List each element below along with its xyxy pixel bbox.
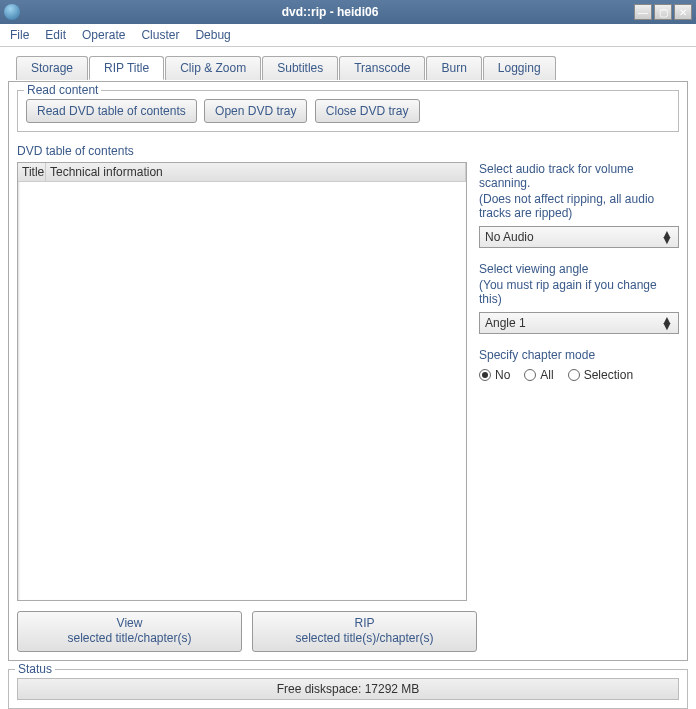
read-content-fieldset: Read content Read DVD table of contents …	[17, 90, 679, 132]
tab-subtitles[interactable]: Subtitles	[262, 56, 338, 80]
rip-button[interactable]: RIP selected title(s)/chapter(s)	[252, 611, 477, 652]
audio-dropdown[interactable]: No Audio ▲▼	[479, 226, 679, 248]
angle-note: (You must rip again if you change this)	[479, 278, 679, 306]
audio-label: Select audio track for volume scanning.	[479, 162, 679, 190]
menu-debug[interactable]: Debug	[195, 28, 230, 42]
audio-note: (Does not affect ripping, all audio trac…	[479, 192, 679, 220]
toc-col-tech[interactable]: Technical information	[46, 163, 466, 181]
audio-group: Select audio track for volume scanning. …	[479, 162, 679, 248]
tab-burn[interactable]: Burn	[426, 56, 481, 80]
bottom-buttons: View selected title/chapter(s) RIP selec…	[17, 611, 477, 652]
toc-col-title[interactable]: Title	[18, 163, 46, 181]
close-tray-button[interactable]: Close DVD tray	[315, 99, 420, 123]
table-area: Title Technical information	[17, 162, 467, 601]
angle-dropdown-value: Angle 1	[485, 316, 661, 330]
status-legend: Status	[15, 662, 55, 676]
tab-storage[interactable]: Storage	[16, 56, 88, 80]
menu-edit[interactable]: Edit	[45, 28, 66, 42]
maximize-button[interactable]: ▢	[654, 4, 672, 20]
view-button-line2: selected title/chapter(s)	[22, 631, 237, 647]
chapter-label: Specify chapter mode	[479, 348, 679, 362]
view-button-line1: View	[22, 616, 237, 632]
app-icon	[4, 4, 20, 20]
content-row: Title Technical information Select audio…	[17, 162, 679, 601]
chapter-radio-no-label: No	[495, 368, 510, 382]
spinner-arrows-icon: ▲▼	[661, 317, 673, 329]
bottom-buttons-wrap: View selected title/chapter(s) RIP selec…	[17, 601, 477, 652]
tab-rip-title[interactable]: RIP Title	[89, 56, 164, 80]
menu-cluster[interactable]: Cluster	[141, 28, 179, 42]
chapter-radio-all[interactable]: All	[524, 368, 553, 382]
open-tray-button[interactable]: Open DVD tray	[204, 99, 307, 123]
chapter-radio-selection[interactable]: Selection	[568, 368, 633, 382]
read-toc-button[interactable]: Read DVD table of contents	[26, 99, 197, 123]
tab-bar: Storage RIP Title Clip & Zoom Subtitles …	[16, 55, 688, 79]
window-titlebar: dvd::rip - heidi06 — ▢ ✕	[0, 0, 696, 24]
toc-label: DVD table of contents	[17, 144, 679, 158]
toc-table-header: Title Technical information	[18, 163, 466, 182]
rip-button-line2: selected title(s)/chapter(s)	[257, 631, 472, 647]
menu-file[interactable]: File	[10, 28, 29, 42]
angle-group: Select viewing angle (You must rip again…	[479, 262, 679, 334]
window-title: dvd::rip - heidi06	[26, 5, 634, 19]
tab-transcode[interactable]: Transcode	[339, 56, 425, 80]
chapter-radio-all-label: All	[540, 368, 553, 382]
menubar: File Edit Operate Cluster Debug	[0, 24, 696, 47]
read-content-legend: Read content	[24, 83, 101, 97]
tab-content: Read content Read DVD table of contents …	[8, 81, 688, 661]
tab-logging[interactable]: Logging	[483, 56, 556, 80]
chapter-radio-selection-label: Selection	[584, 368, 633, 382]
tab-clip-zoom[interactable]: Clip & Zoom	[165, 56, 261, 80]
side-panel: Select audio track for volume scanning. …	[479, 162, 679, 601]
radio-icon	[568, 369, 580, 381]
radio-icon	[524, 369, 536, 381]
main-area: Storage RIP Title Clip & Zoom Subtitles …	[0, 47, 696, 669]
status-fieldset: Status Free diskspace: 17292 MB	[8, 669, 688, 709]
menu-operate[interactable]: Operate	[82, 28, 125, 42]
toc-table[interactable]: Title Technical information	[17, 162, 467, 601]
angle-dropdown[interactable]: Angle 1 ▲▼	[479, 312, 679, 334]
chapter-group: Specify chapter mode No All Selection	[479, 348, 679, 382]
status-bar: Free diskspace: 17292 MB	[17, 678, 679, 700]
view-button[interactable]: View selected title/chapter(s)	[17, 611, 242, 652]
angle-label: Select viewing angle	[479, 262, 679, 276]
radio-icon	[479, 369, 491, 381]
window-controls: — ▢ ✕	[634, 4, 692, 20]
spinner-arrows-icon: ▲▼	[661, 231, 673, 243]
close-button[interactable]: ✕	[674, 4, 692, 20]
rip-button-line1: RIP	[257, 616, 472, 632]
chapter-radio-no[interactable]: No	[479, 368, 510, 382]
audio-dropdown-value: No Audio	[485, 230, 661, 244]
chapter-radio-group: No All Selection	[479, 368, 679, 382]
minimize-button[interactable]: —	[634, 4, 652, 20]
